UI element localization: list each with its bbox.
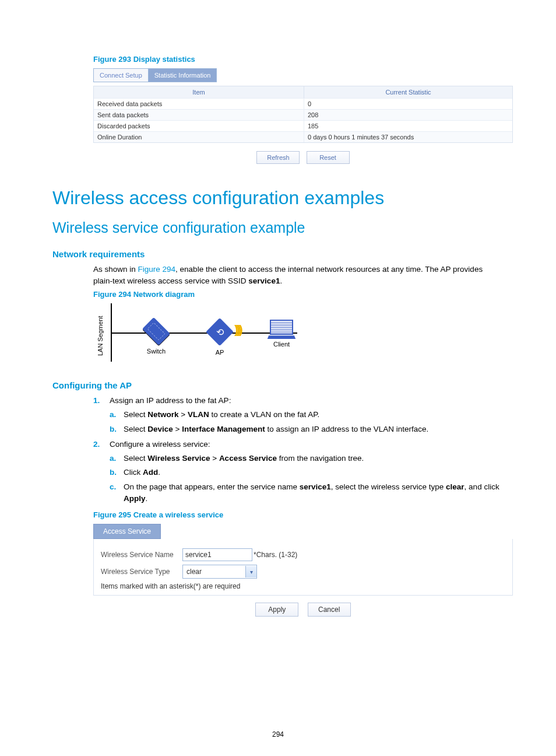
apply-button[interactable]: Apply (255, 603, 298, 617)
ap-icon: ⟲ (206, 318, 234, 346)
figure-293: Connect Setup Statistic Information Item… (93, 68, 513, 164)
table-cell: Discarded packets (94, 121, 304, 131)
tab-access-service[interactable]: Access Service (93, 524, 161, 539)
step-2b: b.Click Add. (110, 467, 504, 478)
figure-293-caption: Figure 293 Display statistics (93, 55, 504, 64)
switch-label: Switch (145, 348, 168, 355)
step-2: 2. Configure a wireless service: a.Selec… (93, 439, 504, 505)
figure-295-caption: Figure 295 Create a wireless service (93, 510, 504, 519)
tab-connect-setup[interactable]: Connect Setup (93, 68, 149, 82)
heading-1: Wireless access configuration examples (52, 187, 504, 209)
refresh-button[interactable]: Refresh (256, 151, 300, 164)
heading-2: Wireless service configuration example (52, 219, 504, 236)
table-cell: 0 (304, 99, 512, 109)
table-cell: Online Duration (94, 132, 304, 142)
figure-295: Access Service Wireless Service Name *Ch… (93, 524, 513, 617)
table-cell: Sent data packets (94, 110, 304, 120)
ap-label: AP (210, 349, 230, 356)
step-2a: a.Select Wireless Service > Access Servi… (110, 453, 504, 464)
switch-icon (142, 317, 170, 345)
table-cell: 208 (304, 110, 512, 120)
figure-294: LAN Segment Switch ⟲ AP )))) Client (93, 303, 315, 368)
network-requirements-paragraph: As shown in Figure 294, enable the clien… (93, 264, 504, 286)
table-cell: 185 (304, 121, 512, 131)
cancel-button[interactable]: Cancel (308, 603, 351, 617)
required-note: Items marked with an asterisk(*) are req… (101, 582, 505, 590)
table-cell: Received data packets (94, 99, 304, 109)
heading-network-requirements: Network requirements (52, 249, 504, 259)
step-1a: a.Select Network > VLAN to create a VLAN… (110, 409, 504, 421)
wireless-service-type-select[interactable]: clear ▾ (182, 565, 257, 579)
col-header-stat: Current Statistic (304, 86, 512, 98)
step-2c: c.On the page that appears, enter the se… (110, 481, 504, 505)
col-header-item: Item (94, 86, 304, 98)
name-hint: *Chars. (1-32) (254, 551, 297, 559)
wireless-service-type-label: Wireless Service Type (101, 568, 182, 576)
lan-segment-label: LAN Segment (97, 316, 104, 356)
figure-294-caption: Figure 294 Network diagram (93, 290, 504, 299)
step-1: 1. Assign an IP address to the fat AP: a… (93, 395, 504, 435)
page-number: 294 (0, 730, 556, 738)
figure-294-link[interactable]: Figure 294 (138, 265, 176, 274)
table-cell: 0 days 0 hours 1 minutes 37 seconds (304, 132, 512, 142)
wireless-waves-icon: )))) (234, 323, 241, 337)
reset-button[interactable]: Reset (307, 151, 350, 164)
chevron-down-icon: ▾ (245, 566, 256, 578)
client-label: Client (268, 341, 295, 348)
step-1b: b.Select Device > Interface Management t… (110, 424, 504, 435)
heading-configuring-ap: Configuring the AP (52, 380, 504, 390)
wireless-service-name-label: Wireless Service Name (101, 551, 182, 559)
wireless-service-name-input[interactable] (182, 548, 252, 561)
client-icon (268, 320, 295, 337)
tab-statistic-information[interactable]: Statistic Information (149, 68, 217, 82)
